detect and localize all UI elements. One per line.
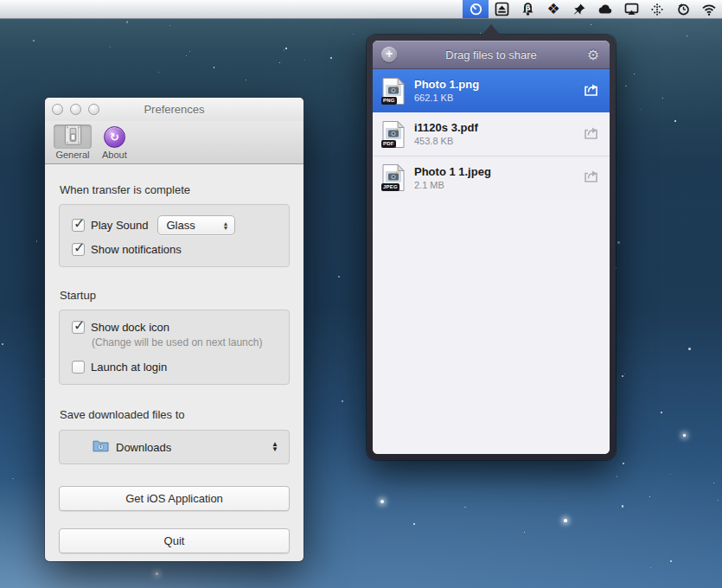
jpeg-file-icon: JPEG (381, 163, 406, 192)
share-file-button[interactable] (582, 169, 599, 187)
transfer-groupbox: Play Sound Glass ▲▼ Show notifications (59, 204, 290, 267)
window-title: Preferences (45, 103, 303, 116)
file-size: 662.1 KB (414, 93, 582, 104)
pushpin-menubar-icon[interactable] (566, 0, 592, 18)
file-list: PNG Photo 1.png 662.1 KB PDF i1120s 3.pd… (373, 69, 610, 199)
share-file-button[interactable] (582, 82, 599, 100)
timer-app-menubar-icon[interactable] (463, 0, 489, 18)
file-row[interactable]: PDF i1120s 3.pdf 453.8 KB (373, 112, 610, 156)
pdf-file-icon: PDF (381, 120, 406, 149)
switch-icon (62, 124, 84, 150)
title-bar[interactable]: Preferences (45, 98, 303, 121)
file-name: Photo 1.png (414, 78, 582, 92)
stepper-arrows-icon: ▲▼ (272, 442, 278, 452)
quit-button[interactable]: Quit (59, 528, 290, 553)
share-popover: + Drag files to share ⚙ PNG Photo 1.png … (367, 35, 616, 460)
save-to-section-label: Save downloaded files to (60, 408, 290, 421)
stepper-arrows-icon: ▲▼ (223, 221, 229, 230)
share-file-button[interactable] (582, 125, 599, 144)
startup-groupbox: Show dock icon (Change will be used on n… (59, 310, 290, 385)
tab-general[interactable]: General (48, 123, 97, 160)
drop-zone[interactable] (373, 199, 610, 454)
dock-icon-note: (Change will be used on next launch) (92, 336, 277, 348)
file-name: Photo 1 1.jpeg (414, 165, 582, 179)
tab-about-label: About (102, 150, 127, 160)
save-folder-value: Downloads (116, 441, 272, 454)
add-file-button[interactable]: + (381, 47, 397, 62)
preferences-content: When transfer is complete Play Sound Gla… (45, 183, 303, 553)
file-name: i1120s 3.pdf (414, 121, 582, 135)
popover-arrow (482, 24, 501, 35)
show-dock-icon-label[interactable]: Show dock icon (91, 321, 169, 334)
show-notifications-label[interactable]: Show notifications (91, 243, 182, 256)
play-sound-label[interactable]: Play Sound (91, 219, 149, 232)
beta-bell-menubar-icon[interactable]: β (514, 0, 540, 18)
sound-select[interactable]: Glass ▲▼ (157, 215, 235, 235)
file-type-badge: JPEG (381, 183, 399, 191)
file-meta: i1120s 3.pdf 453.8 KB (414, 121, 582, 147)
sound-select-value: Glass (167, 219, 223, 232)
file-row[interactable]: PNG Photo 1.png 662.1 KB (373, 69, 610, 112)
preferences-toolbar: General ↻ About (45, 121, 303, 164)
dropbox-menubar-icon[interactable]: ❖ (540, 0, 566, 18)
launch-at-login-checkbox[interactable] (72, 361, 85, 374)
wifi-menubar-icon[interactable] (696, 0, 722, 18)
file-meta: Photo 1.png 662.1 KB (414, 78, 582, 104)
file-row[interactable]: JPEG Photo 1 1.jpeg 2.1 MB (373, 156, 610, 199)
time-machine-menubar-icon[interactable] (670, 0, 696, 18)
file-type-badge: PNG (381, 97, 397, 105)
png-file-icon: PNG (381, 77, 406, 105)
downloads-folder-icon (93, 439, 109, 456)
airplay-menubar-icon[interactable] (618, 0, 644, 18)
transfer-section-label: When transfer is complete (60, 183, 290, 196)
file-type-badge: PDF (381, 140, 396, 148)
svg-text:β: β (525, 3, 530, 12)
popover-title: Drag files to share (397, 48, 585, 61)
launch-at-login-label[interactable]: Launch at login (91, 361, 167, 374)
menu-bar: β ❖ (0, 0, 722, 19)
tab-about[interactable]: ↻ About (97, 123, 132, 160)
file-size: 453.8 KB (414, 136, 582, 147)
save-folder-select[interactable]: Downloads ▲▼ (59, 430, 290, 464)
tab-general-label: General (55, 150, 89, 160)
show-notifications-checkbox[interactable] (72, 243, 85, 256)
preferences-window: Preferences General ↻ About When transfe… (45, 98, 303, 561)
startup-section-label: Startup (60, 289, 290, 302)
eject-box-menubar-icon[interactable] (489, 0, 514, 18)
cloud-menubar-icon[interactable] (592, 0, 618, 18)
file-meta: Photo 1 1.jpeg 2.1 MB (414, 165, 582, 191)
popover-header: + Drag files to share ⚙ (373, 41, 610, 69)
file-size: 2.1 MB (414, 180, 582, 191)
about-swirl-icon: ↻ (104, 126, 125, 148)
show-dock-icon-checkbox[interactable] (72, 321, 85, 334)
bluetooth-dots-menubar-icon[interactable] (644, 0, 670, 18)
settings-gear-icon[interactable]: ⚙ (585, 47, 601, 63)
get-ios-app-button[interactable]: Get iOS Application (59, 486, 290, 511)
play-sound-checkbox[interactable] (72, 219, 85, 232)
